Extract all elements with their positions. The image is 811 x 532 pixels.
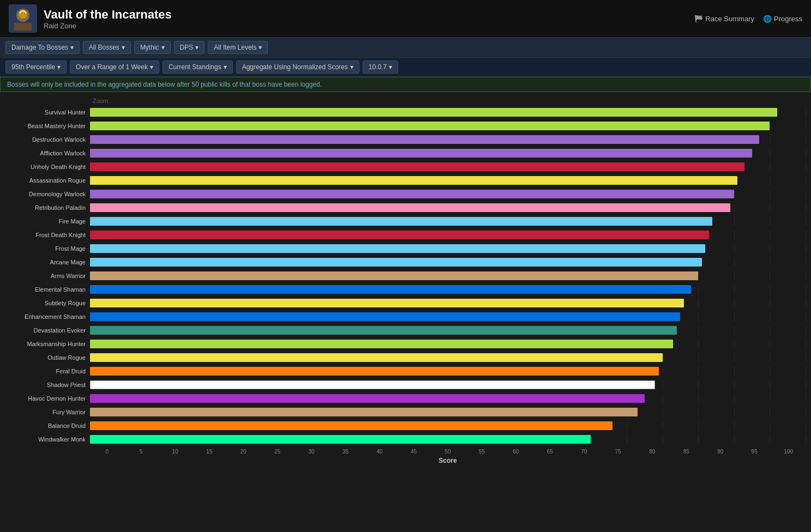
page-title: Vault of the Incarnates [44,8,172,22]
version-btn[interactable]: 10.0.7 ▾ [363,61,398,74]
bar-fill [90,190,734,198]
x-tick: 0 [90,449,124,455]
bar-label: Assassination Rogue [5,177,90,184]
range-btn[interactable]: Over a Range of 1 Week ▾ [70,61,159,74]
bar-track [90,135,806,144]
bar-row: Retribution Paladin [5,202,806,214]
x-tick: 90 [703,449,737,455]
bar-fill [90,176,737,185]
bar-track [90,190,806,198]
x-tick: 100 [771,449,805,455]
bar-row: Havoc Demon Hunter [5,392,806,404]
all-bosses-btn[interactable]: All Bosses ▾ [83,41,131,54]
mythic-btn[interactable]: Mythic ▾ [134,41,171,54]
x-tick: 75 [601,449,635,455]
x-tick: 20 [226,449,260,455]
bar-fill [90,244,705,253]
standings-btn[interactable]: Current Standings ▾ [163,61,233,74]
race-summary-link[interactable]: 🏁 Race Summary [694,15,754,23]
bar-track [90,380,806,389]
bar-fill [90,340,673,348]
bar-fill [90,421,612,430]
bar-label: Demonology Warlock [5,191,90,197]
bar-track [90,285,806,294]
damage-to-bosses-btn[interactable]: Damage To Bosses ▾ [5,41,80,54]
bar-row: Feral Druid [5,365,806,377]
chevron-down-icon: ▾ [350,63,353,71]
bar-fill [90,149,752,158]
bar-row: Beast Mastery Hunter [5,120,806,132]
x-tick: 35 [328,449,362,455]
bar-row: Marksmanship Hunter [5,338,806,350]
chevron-down-icon: ▾ [161,44,165,51]
bar-label: Frost Death Knight [5,232,90,238]
bar-fill [90,394,645,403]
chart-container: Zoom Survival HunterBeast Mastery Hunter… [0,92,811,481]
bar-label: Windwalker Monk [5,436,90,443]
bar-fill [90,135,759,144]
header: Vault of the Incarnates Raid Zone 🏁 Race… [0,0,811,92]
progress-link[interactable]: 🌐 Progress [763,15,802,23]
x-tick: 55 [465,449,498,455]
bar-label: Fire Mage [5,218,90,225]
bar-fill [90,203,730,212]
chevron-down-icon: ▾ [259,44,262,51]
bar-fill [90,162,744,171]
bar-track [90,340,806,348]
bar-label: Marksmanship Hunter [5,341,90,347]
chevron-down-icon: ▾ [150,63,153,71]
bar-label: Enhancement Shaman [5,313,90,320]
aggregate-btn[interactable]: Aggregate Using Normalized Scores ▾ [236,61,359,74]
bar-label: Beast Mastery Hunter [5,123,90,129]
bar-label: Frost Mage [5,245,90,252]
x-axis-label: Score [90,457,806,464]
x-tick: 5 [124,449,158,455]
x-axis: 0510152025303540455055606570758085909510… [90,449,806,455]
bar-track [90,149,806,158]
toolbar-row1: Damage To Bosses ▾ All Bosses ▾ Mythic ▾… [0,38,811,58]
notice-bar: Bosses will only be included in the aggr… [0,77,811,92]
x-tick: 60 [499,449,533,455]
bar-track [90,271,806,280]
all-item-levels-btn[interactable]: All Item Levels ▾ [208,41,268,54]
bar-track [90,108,806,117]
x-tick: 40 [363,449,397,455]
percentile-btn[interactable]: 95th Percentile ▾ [5,61,67,74]
bar-track [90,217,806,226]
bar-track [90,162,806,171]
bar-row: Subtlety Rogue [5,297,806,309]
dps-btn[interactable]: DPS ▾ [174,41,205,54]
bar-fill [90,108,777,117]
bar-fill [90,299,684,307]
bar-label: Subtlety Rogue [5,300,90,306]
x-tick: 70 [567,449,601,455]
bar-label: Retribution Paladin [5,204,90,211]
bar-row: Devastation Evoker [5,324,806,336]
x-tick: 80 [635,449,669,455]
bar-fill [90,326,677,335]
bar-fill [90,312,680,321]
bar-fill [90,285,691,294]
bar-row: Unholy Death Knight [5,161,806,173]
raid-icon [9,4,37,33]
bar-row: Windwalker Monk [5,433,806,445]
chevron-down-icon: ▾ [389,63,392,71]
bar-row: Balance Druid [5,420,806,432]
bar-row: Enhancement Shaman [5,311,806,323]
toolbar-row2: 95th Percentile ▾ Over a Range of 1 Week… [0,58,811,77]
bar-track [90,394,806,403]
bar-track [90,203,806,212]
bar-row: Survival Hunter [5,106,806,118]
x-tick: 95 [737,449,771,455]
bar-track [90,176,806,185]
chevron-down-icon: ▾ [224,63,227,71]
x-tick: 25 [260,449,294,455]
bar-row: Elemental Shaman [5,283,806,295]
bar-track [90,367,806,376]
bar-fill [90,271,698,280]
page-subtitle: Raid Zone [44,22,172,30]
x-tick: 65 [533,449,567,455]
x-tick: 50 [431,449,465,455]
bar-row: Destruction Warlock [5,134,806,146]
bar-fill [90,217,712,226]
